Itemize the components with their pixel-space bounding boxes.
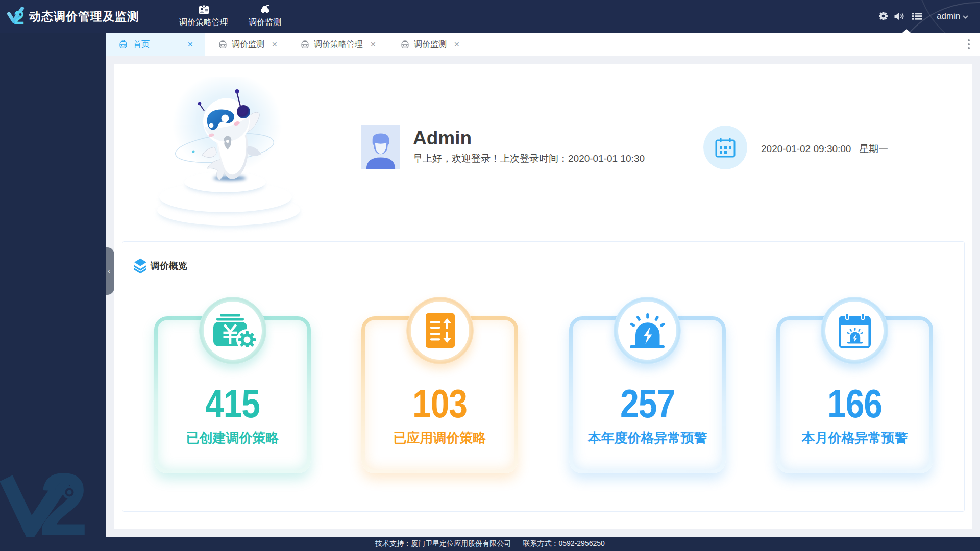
svg-text:2: 2 [14, 7, 24, 28]
svg-text:2: 2 [39, 469, 88, 541]
